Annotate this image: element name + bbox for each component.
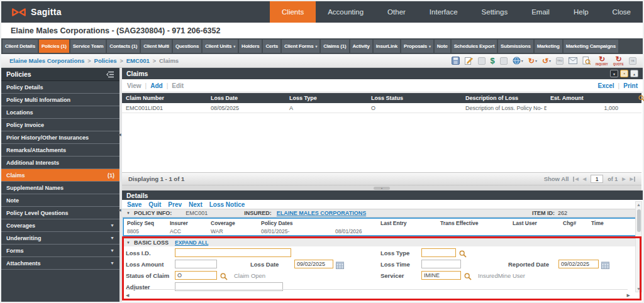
sidebar-item-remarks-attachments[interactable]: Remarks/Attachments [1,144,119,157]
tab-activity[interactable]: Activity [350,40,372,53]
sidebar-item-forms[interactable]: Forms▼ [1,245,119,257]
loss-type-input[interactable] [421,248,456,257]
money-icon[interactable]: $ [491,57,495,65]
tab-insurlink[interactable]: InsurLink [374,40,400,53]
tab-note[interactable]: Note [435,40,450,53]
save-icon[interactable] [452,57,460,65]
nav-accounting[interactable]: Accounting [316,1,375,23]
collapse-section-icon[interactable]: ▼ [126,211,130,215]
prev-page-icon[interactable]: ◀ [583,177,586,182]
sidebar-item-underwriting[interactable]: Underwriting▼ [1,232,119,245]
last-page-icon[interactable]: ▶ [630,177,635,182]
export-menu-icon[interactable]: ↺▾ [542,57,551,65]
tab-client-details[interactable]: Client Details [3,40,38,53]
nav-close[interactable]: Close [601,1,643,23]
collapse-section-icon[interactable]: ▼ [126,241,130,245]
col-claim-number[interactable]: Claim Number [122,95,207,101]
nav-help[interactable]: Help [562,1,601,23]
save-link[interactable]: Save [127,201,142,208]
col-est-amount[interactable]: Est. Amount [547,95,635,101]
sidebar-item-prior-history[interactable]: Prior History/Other Insurances [1,131,119,144]
show-all-link[interactable]: Show All [544,175,569,182]
collapse-sidebar-handle[interactable]: ◀ [118,207,121,212]
excel-export-link[interactable]: Excel [597,82,614,89]
table-search-icon[interactable] [635,95,644,102]
loss-date-input[interactable] [294,260,333,268]
email-icon[interactable] [569,57,577,64]
sidebar-item-note[interactable]: Note [1,194,119,207]
servicer-lookup-icon[interactable] [464,272,472,283]
expand-all-link[interactable]: EXPAND ALL [175,240,208,246]
clipboard-icon[interactable]: ▴ [630,70,638,77]
breadcrumb-client[interactable]: Elaine Males Corporations [9,57,84,64]
tab-marketing[interactable]: Marketing [535,40,562,53]
loss-type-lookup-icon[interactable] [459,249,467,260]
tab-proposals[interactable]: Proposals▾ [401,40,433,53]
schedule-menu-icon[interactable]: ▾ [513,57,523,65]
loss-date-calendar-icon[interactable] [336,260,344,272]
inquiry-icon[interactable]: ↻ INQUIRY [596,55,608,67]
next-link[interactable]: Next [189,201,203,208]
splitter-handle[interactable]: ▾ [374,187,390,190]
scroll-up-icon[interactable]: ▲ [636,202,641,207]
scroll-right-icon[interactable]: ▶ [627,293,630,298]
scroll-left-icon[interactable]: ◀ [126,293,129,298]
add-button[interactable]: Add [150,82,162,89]
tab-certs[interactable]: Certs [263,40,280,53]
reported-date-input[interactable] [558,260,599,268]
sidebar-item-policy-details[interactable]: Policy Details [1,81,119,94]
tab-contacts[interactable]: Contacts (1) [107,40,140,53]
save-layout-icon[interactable]: ▪ [620,70,628,77]
col-loss-date[interactable]: Loss Date [207,95,286,101]
sidebar-collapse-icon[interactable] [106,71,114,78]
nav-clients[interactable]: Clients [270,1,316,23]
sidebar-item-policy-multi-information[interactable]: Policy Multi Information [1,94,119,106]
print-link[interactable]: Print [623,82,638,89]
tab-client-forms[interactable]: Client Forms▾ [282,40,319,53]
status-lookup-icon[interactable] [220,272,228,283]
scrollbar-thumb[interactable] [637,209,641,232]
first-page-icon[interactable]: ◀ [573,177,578,182]
sidebar-item-additional-interests[interactable]: Additional Interests [1,157,119,169]
col-loss-type[interactable]: Loss Type [286,95,367,101]
nav-other[interactable]: Other [375,1,418,23]
tab-service-team[interactable]: Service Team [70,40,106,53]
sidebar-item-attachments[interactable]: Attachments▼ [1,257,119,270]
reported-date-calendar-icon[interactable] [601,260,609,272]
nav-email[interactable]: Email [519,1,562,23]
sidebar-item-policy-invoice[interactable]: Policy Invoice [1,119,119,131]
breadcrumb-policy-id[interactable]: EMC001 [126,57,150,64]
collapse-sidebar-handle[interactable]: ◀ [118,132,121,136]
nav-settings[interactable]: Settings [470,1,520,23]
edit-icon[interactable] [465,57,473,65]
tab-client-multi[interactable]: Client Multi [141,40,172,53]
loss-amount-input[interactable] [175,260,217,268]
tab-marketing-campaigns[interactable]: Marketing Campaigns [564,40,618,53]
sidebar-item-claims[interactable]: Claims (1) [1,169,119,182]
import-menu-icon[interactable]: ↻▾ [528,57,537,65]
tab-submissions[interactable]: Submissions [498,40,533,53]
edit-button[interactable]: Edit [172,82,184,89]
print-preview-icon[interactable] [582,57,591,65]
tab-holders[interactable]: Holders [239,40,262,53]
quit-link[interactable]: Quit [148,201,161,208]
loss-notice-link[interactable]: Loss Notice [209,201,245,208]
claims-table-row[interactable]: EMC001LID01 08/05/2025 A O Description o… [122,103,641,113]
breadcrumb-policies[interactable]: Policies [94,57,117,64]
col-loss-status[interactable]: Loss Status [367,95,462,101]
scroll-down-icon[interactable]: ▼ [636,287,641,291]
horizontal-scrollbar[interactable]: ◀ ▶ [123,291,633,299]
sidebar-item-locations[interactable]: Locations [1,106,119,119]
nav-interface[interactable]: Interface [418,1,470,23]
page-number-input[interactable] [591,175,603,183]
tab-policies[interactable]: Policies (1) [39,40,69,53]
view-button[interactable]: View [127,82,142,89]
loss-time-input[interactable] [421,260,461,268]
next-page-icon[interactable]: ▶ [622,177,625,182]
loss-id-input[interactable] [175,248,291,257]
sidebar-item-policy-level-questions[interactable]: Policy Level Questions [1,207,119,219]
sidebar-item-supplemental-names[interactable]: Supplemental Names [1,182,119,194]
servicer-input[interactable] [421,271,461,280]
panel-splitter[interactable]: ▾ [122,185,641,190]
status-of-claim-input[interactable] [175,271,217,280]
